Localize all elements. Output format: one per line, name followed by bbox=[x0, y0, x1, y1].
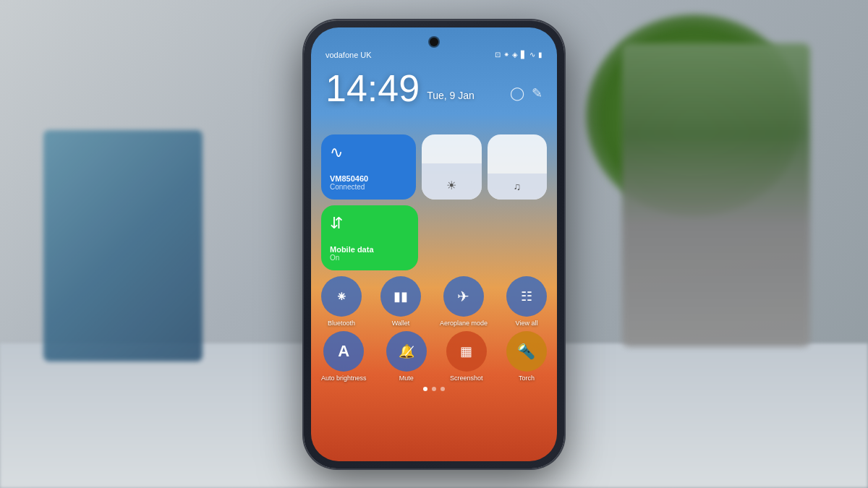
volume-slider-tile[interactable]: ♫ bbox=[488, 134, 547, 200]
tiles-row2: ⇵ Mobile data On bbox=[321, 205, 547, 270]
bluetooth-button[interactable]: ⁕ bbox=[321, 276, 362, 317]
bluetooth-button-group: ⁕ Bluetooth bbox=[321, 276, 362, 328]
scene: vodafone UK ⊡ ⁕ ◈ ▋ ∿ ▮ 14:49 Tue, 9 Jan… bbox=[0, 0, 868, 488]
auto-brightness-icon: A bbox=[338, 342, 349, 361]
clock-time: 14:49 bbox=[326, 69, 420, 107]
tiles-row1: ∿ VM850460 Connected ☀ ♫ bbox=[321, 134, 547, 200]
battery-icon: ▮ bbox=[538, 51, 542, 59]
wallet-icon: ▮▮ bbox=[393, 288, 408, 304]
torch-button-group: 🔦 Torch bbox=[506, 331, 547, 382]
wallet-button-group: ▮▮ Wallet bbox=[380, 276, 421, 328]
phone-screen: vodafone UK ⊡ ⁕ ◈ ▋ ∿ ▮ 14:49 Tue, 9 Jan… bbox=[311, 27, 557, 461]
screenshot-label: Screenshot bbox=[450, 374, 483, 382]
bluetooth-status-icon: ⁕ bbox=[503, 51, 509, 59]
dot-3 bbox=[441, 387, 445, 391]
volume-icon: ♫ bbox=[514, 181, 522, 192]
aeroplane-button[interactable]: ✈ bbox=[443, 276, 484, 317]
screenshot-button-group: ▦ Screenshot bbox=[446, 331, 487, 382]
torch-button[interactable]: 🔦 bbox=[506, 331, 547, 372]
carrier-text: vodafone UK bbox=[326, 51, 372, 59]
airplane-icon: ✈ bbox=[457, 288, 469, 305]
view-all-label: View all bbox=[516, 320, 538, 328]
bluetooth-icon: ⁕ bbox=[336, 288, 348, 305]
dot-2 bbox=[432, 387, 436, 391]
auto-brightness-label: Auto brightness bbox=[321, 374, 367, 382]
edit-quick-icon[interactable]: ✎ bbox=[532, 85, 542, 101]
status-icons: ⊡ ⁕ ◈ ▋ ∿ ▮ bbox=[495, 51, 542, 59]
wifi-network-name: VM850460 bbox=[330, 174, 407, 183]
mute-icon: 🔔̸ bbox=[399, 343, 414, 359]
wifi-status-icon: ∿ bbox=[529, 51, 535, 59]
wifi-tile[interactable]: ∿ VM850460 Connected bbox=[321, 134, 416, 200]
background-storage-box bbox=[43, 130, 203, 361]
quick-buttons-row1: ⁕ Bluetooth ▮▮ Wallet ✈ bbox=[321, 276, 547, 328]
mobile-data-tile[interactable]: ⇵ Mobile data On bbox=[321, 205, 418, 270]
dot-1 bbox=[423, 387, 427, 391]
wifi-status: Connected bbox=[330, 183, 407, 191]
torch-label: Torch bbox=[519, 374, 535, 382]
auto-brightness-button[interactable]: A bbox=[323, 331, 364, 372]
signal-icon: ▋ bbox=[521, 51, 527, 59]
mute-button-group: 🔔̸ Mute bbox=[386, 331, 427, 382]
auto-brightness-button-group: A Auto brightness bbox=[321, 331, 367, 382]
mobile-data-name: Mobile data bbox=[330, 245, 409, 254]
page-dots bbox=[321, 387, 547, 391]
torch-icon: 🔦 bbox=[517, 343, 535, 360]
screenshot-button[interactable]: ▦ bbox=[446, 331, 487, 372]
aeroplane-label: Aeroplane mode bbox=[440, 320, 488, 328]
phone-body: vodafone UK ⊡ ⁕ ◈ ▋ ∿ ▮ 14:49 Tue, 9 Jan… bbox=[304, 20, 564, 468]
view-all-button-group: ☷ View all bbox=[506, 276, 547, 328]
mobile-data-icon: ⇵ bbox=[330, 214, 409, 233]
grid-icon: ☷ bbox=[521, 288, 532, 304]
screenshot-icon: ▦ bbox=[460, 343, 472, 359]
wallet-label: Wallet bbox=[392, 320, 410, 328]
view-all-button[interactable]: ☷ bbox=[506, 276, 547, 317]
quick-buttons-row2: A Auto brightness 🔔̸ Mute ▦ bbox=[321, 331, 547, 382]
time-right-icons: ◯ ✎ bbox=[510, 85, 542, 101]
sim-icon: ⊡ bbox=[495, 51, 501, 59]
mute-label: Mute bbox=[399, 374, 414, 382]
brightness-icon: ☀ bbox=[446, 179, 456, 192]
brightness-slider-tile[interactable]: ☀ bbox=[422, 134, 481, 200]
status-bar: vodafone UK ⊡ ⁕ ◈ ▋ ∿ ▮ bbox=[326, 51, 542, 59]
bluetooth-label: Bluetooth bbox=[328, 320, 355, 328]
brightness-quick-icon[interactable]: ◯ bbox=[510, 85, 524, 101]
mobile-data-status: On bbox=[330, 254, 409, 262]
nfc-icon: ◈ bbox=[512, 51, 518, 59]
mute-button[interactable]: 🔔̸ bbox=[386, 331, 427, 372]
wallet-button[interactable]: ▮▮ bbox=[380, 276, 421, 317]
wifi-tile-icon: ∿ bbox=[330, 143, 407, 162]
background-plant-pot bbox=[622, 43, 810, 347]
time-area: 14:49 Tue, 9 Jan ◯ ✎ bbox=[326, 69, 542, 107]
camera-hole bbox=[430, 38, 438, 46]
aeroplane-button-group: ✈ Aeroplane mode bbox=[440, 276, 488, 328]
tiles-area: ∿ VM850460 Connected ☀ ♫ bbox=[321, 134, 547, 392]
clock-date: Tue, 9 Jan bbox=[427, 90, 475, 101]
